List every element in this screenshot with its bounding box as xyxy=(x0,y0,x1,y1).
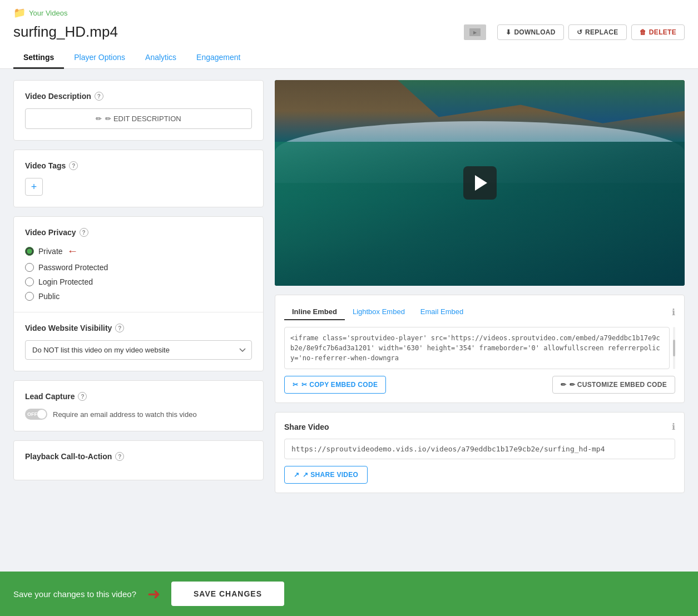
video-thumbnail-preview: ▶ xyxy=(464,24,486,40)
plus-icon: + xyxy=(31,181,37,193)
embed-scrollbar-handle xyxy=(673,340,675,356)
tab-settings[interactable]: Settings xyxy=(13,47,64,69)
visibility-dropdown[interactable]: Do NOT list this video on my video websi… xyxy=(25,340,252,360)
edit-icon: ✏ xyxy=(96,115,102,123)
video-privacy-card: Video Privacy ? Private ← Password Prote… xyxy=(13,216,264,371)
breadcrumb-link[interactable]: Your Videos xyxy=(29,9,67,17)
page-header: 📁 Your Videos surfing_HD.mp4 ▶ ⬇ DOWNLOA… xyxy=(0,0,698,69)
share-video-card: Share Video ℹ https://sproutvideodemo.vi… xyxy=(275,412,685,493)
lead-capture-toggle[interactable]: OFF xyxy=(25,409,47,420)
video-privacy-help-icon[interactable]: ? xyxy=(80,228,88,237)
share-icon: ↗ xyxy=(294,471,299,479)
title-row: surfing_HD.mp4 ▶ ⬇ DOWNLOAD ↺ REPLACE 🗑 … xyxy=(13,23,685,41)
privacy-password-option[interactable]: Password Protected xyxy=(25,263,252,272)
privacy-private-label: Private xyxy=(38,247,63,256)
playback-cta-card: Playback Call-to-Action ? xyxy=(13,440,264,480)
toggle-off-label: OFF xyxy=(27,411,37,417)
embed-card: Inline Embed Lightbox Embed Email Embed … xyxy=(275,295,685,403)
share-title: Share Video xyxy=(284,423,329,431)
privacy-public-label: Public xyxy=(38,292,60,301)
video-privacy-title: Video Privacy ? xyxy=(25,228,252,237)
wave-overlay-visual xyxy=(275,142,685,286)
privacy-password-label: Password Protected xyxy=(38,263,108,272)
edit-description-button[interactable]: ✏ ✏ EDIT DESCRIPTION xyxy=(25,108,252,129)
main-tabs: Settings Player Options Analytics Engage… xyxy=(13,47,685,68)
privacy-public-radio[interactable] xyxy=(25,292,34,301)
video-description-help-icon[interactable]: ? xyxy=(95,92,103,101)
breadcrumb-row: 📁 Your Videos xyxy=(13,7,685,19)
tab-analytics[interactable]: Analytics xyxy=(135,47,186,69)
playback-cta-title: Playback Call-to-Action ? xyxy=(25,452,252,461)
share-info-icon[interactable]: ℹ xyxy=(672,421,675,432)
video-tags-help-icon[interactable]: ? xyxy=(69,161,78,170)
scissors-icon: ✂ xyxy=(293,381,298,389)
tab-email-embed[interactable]: Email Embed xyxy=(413,304,471,320)
share-url-display: https://sproutvideodemo.vids.io/videos/a… xyxy=(284,439,675,459)
visibility-section: Video Website Visibility ? Do NOT list t… xyxy=(25,312,252,360)
main-content: Video Description ? ✏ ✏ EDIT DESCRIPTION… xyxy=(0,69,698,504)
embed-info-icon[interactable]: ℹ xyxy=(672,307,675,317)
svg-text:▶: ▶ xyxy=(473,30,477,35)
tab-player-options[interactable]: Player Options xyxy=(64,47,135,69)
lead-capture-help-icon[interactable]: ? xyxy=(78,392,87,401)
privacy-radio-group: Private ← Password Protected Login Prote… xyxy=(25,245,252,301)
video-player[interactable] xyxy=(275,80,685,286)
tab-lightbox-embed[interactable]: Lightbox Embed xyxy=(345,304,413,320)
right-panel: Inline Embed Lightbox Embed Email Embed … xyxy=(275,80,685,493)
privacy-login-radio[interactable] xyxy=(25,277,34,286)
video-tags-card: Video Tags ? + xyxy=(13,150,264,207)
folder-icon: 📁 xyxy=(13,7,26,19)
embed-code-box: <iframe class='sproutvideo-player' src='… xyxy=(284,327,670,369)
embed-tabs: Inline Embed Lightbox Embed Email Embed … xyxy=(284,304,675,320)
share-header: Share Video ℹ xyxy=(284,421,675,432)
privacy-private-radio[interactable] xyxy=(25,247,34,256)
private-arrow-annotation: ← xyxy=(67,245,78,257)
embed-scrollbar[interactable] xyxy=(673,327,675,369)
trash-icon: 🗑 xyxy=(640,28,646,36)
lead-capture-description: Require an email address to watch this v… xyxy=(53,410,197,419)
lead-capture-card: Lead Capture ? OFF Require an email addr… xyxy=(13,380,264,431)
privacy-login-label: Login Protected xyxy=(38,277,93,286)
toggle-knob xyxy=(37,410,46,419)
video-description-title: Video Description ? xyxy=(25,92,252,101)
download-button[interactable]: ⬇ DOWNLOAD xyxy=(497,24,564,40)
privacy-private-row: Private ← xyxy=(25,245,252,257)
download-icon: ⬇ xyxy=(506,28,511,36)
privacy-public-option[interactable]: Public xyxy=(25,292,252,301)
delete-button[interactable]: 🗑 DELETE xyxy=(631,24,685,40)
video-description-card: Video Description ? ✏ ✏ EDIT DESCRIPTION xyxy=(13,80,264,141)
copy-embed-button[interactable]: ✂ ✂ COPY EMBED CODE xyxy=(284,376,386,394)
embed-code-area: <iframe class='sproutvideo-player' src='… xyxy=(284,327,675,369)
playback-cta-help-icon[interactable]: ? xyxy=(115,452,124,461)
tab-inline-embed[interactable]: Inline Embed xyxy=(284,304,345,320)
tab-engagement[interactable]: Engagement xyxy=(186,47,250,69)
lead-capture-title: Lead Capture ? xyxy=(25,392,252,401)
play-button[interactable] xyxy=(463,166,497,200)
share-video-button[interactable]: ↗ ↗ SHARE VIDEO xyxy=(284,466,368,484)
left-panel: Video Description ? ✏ ✏ EDIT DESCRIPTION… xyxy=(13,80,264,493)
video-visibility-help-icon[interactable]: ? xyxy=(115,324,124,332)
pencil-icon: ✏ xyxy=(561,381,566,389)
privacy-login-option[interactable]: Login Protected xyxy=(25,277,252,286)
page-title: surfing_HD.mp4 xyxy=(13,23,118,41)
replace-icon: ↺ xyxy=(577,28,582,36)
embed-code-text: <iframe class='sproutvideo-player' src='… xyxy=(290,333,664,363)
privacy-section: Video Privacy ? Private ← Password Prote… xyxy=(25,228,252,312)
video-tags-title: Video Tags ? xyxy=(25,161,252,170)
privacy-private-option[interactable]: Private xyxy=(25,247,63,256)
video-visibility-title: Video Website Visibility ? xyxy=(25,324,252,332)
privacy-password-radio[interactable] xyxy=(25,263,34,272)
lead-capture-toggle-row: OFF Require an email address to watch th… xyxy=(25,409,252,420)
embed-actions: ✂ ✂ COPY EMBED CODE ✏ ✏ CUSTOMIZE EMBED … xyxy=(284,376,675,394)
add-tag-button[interactable]: + xyxy=(25,178,43,196)
replace-button[interactable]: ↺ REPLACE xyxy=(568,24,627,40)
customize-embed-button[interactable]: ✏ ✏ CUSTOMIZE EMBED CODE xyxy=(552,376,675,394)
title-actions: ▶ ⬇ DOWNLOAD ↺ REPLACE 🗑 DELETE xyxy=(464,24,685,40)
play-triangle-icon xyxy=(475,175,487,191)
